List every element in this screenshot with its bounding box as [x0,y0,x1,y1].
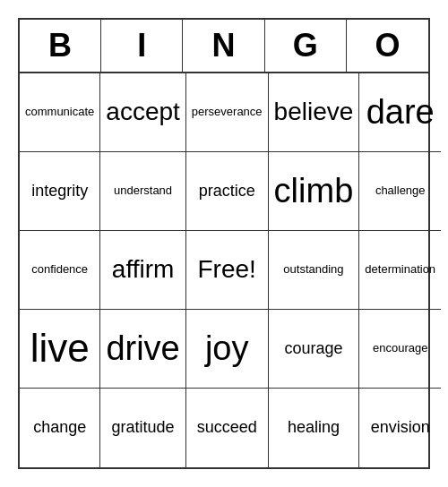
header-letter: B [20,20,101,72]
bingo-cell[interactable]: perseverance [186,73,269,152]
bingo-cell[interactable]: communicate [20,73,100,152]
cell-text: challenge [375,184,426,197]
bingo-cell[interactable]: encourage [359,310,441,389]
bingo-cell[interactable]: understand [100,152,186,231]
bingo-cell[interactable]: envision [359,389,441,467]
cell-text: healing [288,419,340,437]
cell-text: accept [106,98,180,126]
header-letter: N [183,20,264,72]
bingo-cell[interactable]: affirm [100,231,186,310]
cell-text: live [30,327,90,370]
cell-text: outstanding [283,263,343,276]
bingo-cell[interactable]: live [20,310,100,389]
cell-text: perseverance [192,106,263,118]
cell-text: courage [284,340,342,358]
cell-text: practice [199,183,255,201]
cell-text: determination [365,263,435,276]
bingo-cell[interactable]: dare [359,73,441,152]
cell-text: joy [205,330,249,368]
cell-text: envision [371,419,430,437]
header-letter: O [347,20,428,72]
bingo-cell[interactable]: believe [269,73,360,152]
bingo-cell[interactable]: challenge [359,152,441,231]
cell-text: communicate [25,106,94,118]
cell-text: encourage [373,342,427,355]
cell-text: climb [274,173,354,210]
header-letter: I [101,20,183,72]
bingo-cell[interactable]: change [20,389,100,467]
bingo-cell[interactable]: gratitude [100,389,186,467]
bingo-cell[interactable]: Free! [186,231,269,310]
bingo-grid: communicateacceptperseverancebelievedare… [20,73,428,467]
bingo-cell[interactable]: determination [359,231,441,310]
bingo-cell[interactable]: succeed [186,389,269,467]
bingo-cell[interactable]: joy [186,310,269,389]
bingo-cell[interactable]: accept [100,73,186,152]
bingo-cell[interactable]: climb [269,152,360,231]
cell-text: change [33,419,86,437]
cell-text: drive [106,330,179,368]
cell-text: succeed [197,419,257,437]
cell-text: confidence [31,263,88,276]
bingo-card: BINGO communicateacceptperseverancebelie… [18,18,430,469]
header-letter: G [265,20,347,72]
bingo-cell[interactable]: courage [269,310,360,389]
bingo-cell[interactable]: healing [269,389,360,467]
bingo-cell[interactable]: drive [100,310,186,389]
cell-text: dare [366,94,435,132]
cell-text: Free! [198,256,256,284]
bingo-cell[interactable]: outstanding [269,231,360,310]
cell-text: affirm [112,256,175,284]
cell-text: gratitude [112,419,175,437]
bingo-cell[interactable]: integrity [20,152,100,231]
cell-text: understand [114,184,172,197]
bingo-header: BINGO [20,20,428,73]
bingo-cell[interactable]: confidence [20,231,100,310]
bingo-cell[interactable]: practice [186,152,269,231]
cell-text: integrity [31,183,88,201]
cell-text: believe [274,98,354,126]
